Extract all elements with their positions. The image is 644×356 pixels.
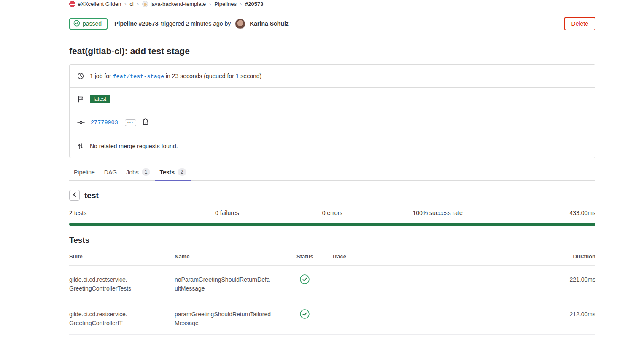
name-cell: paramGreetingShouldReturnTailored Messag…	[175, 300, 296, 335]
jobs-count-badge: 1	[142, 168, 151, 176]
pipeline-number-label: Pipeline #20573	[114, 20, 158, 27]
breadcrumb-pipelines-link[interactable]: Pipelines	[214, 1, 237, 7]
breadcrumb-group-link[interactable]: eXXcellent Gilden	[69, 1, 121, 7]
suite-stats: 2 tests 0 failures 0 errors 100% success…	[69, 209, 595, 216]
table-row: gilde.ci.cd.restservice. GreetingControl…	[69, 300, 595, 335]
clock-icon	[77, 73, 84, 79]
branch-link[interactable]: feat/test-stage	[113, 73, 164, 80]
flag-icon	[77, 96, 84, 103]
passed-check-icon	[73, 20, 80, 28]
stat-duration: 433.00ms	[490, 209, 595, 216]
tab-jobs[interactable]: Jobs 1	[121, 165, 155, 181]
suite-cell: gilde.ci.cd.restservice. GreetingControl…	[69, 266, 175, 300]
pipeline-header-left: passed Pipeline #20573 triggered 2 minut…	[69, 18, 289, 30]
stat-total-tests: 2 tests	[69, 209, 175, 216]
chevron-right-icon: ›	[209, 1, 211, 7]
pipeline-info-card: 1 job for feat/test-stage in 23 seconds …	[69, 64, 595, 158]
test-passed-icon	[300, 274, 310, 287]
status-cell	[296, 266, 332, 300]
tab-dag-label: DAG	[104, 169, 117, 176]
column-header-status: Status	[296, 249, 332, 266]
breadcrumb-pipelines-label: Pipelines	[214, 1, 237, 7]
no-merge-requests-text: No related merge requests found.	[90, 143, 178, 149]
column-header-suite: Suite	[69, 249, 175, 266]
breadcrumb-project-link[interactable]: java-backend-template	[142, 1, 206, 7]
latest-badge: latest	[90, 95, 110, 103]
pipeline-page: eXXcellent Gilden › ci › java-backend-te…	[69, 0, 595, 335]
tab-pipeline[interactable]: Pipeline	[69, 165, 100, 181]
stat-success-rate: 100% success rate	[385, 209, 490, 216]
job-summary-row: 1 job for feat/test-stage in 23 seconds …	[70, 65, 595, 88]
merge-request-icon	[77, 143, 84, 149]
trace-cell	[332, 300, 526, 335]
clipboard-icon	[142, 118, 149, 127]
breadcrumb: eXXcellent Gilden › ci › java-backend-te…	[69, 0, 595, 12]
breadcrumb-subgroup-link[interactable]: ci	[129, 1, 133, 7]
column-header-trace: Trace	[332, 249, 526, 266]
table-row: gilde.ci.cd.restservice. GreetingControl…	[69, 266, 595, 300]
tests-heading: Tests	[69, 236, 595, 245]
breadcrumb-subgroup-label: ci	[129, 1, 133, 7]
triggered-text: triggered 2 minutes ago by	[161, 20, 231, 27]
column-header-name: Name	[175, 249, 296, 266]
tab-jobs-label: Jobs	[126, 169, 139, 176]
chevron-right-icon: ›	[137, 1, 139, 7]
breadcrumb-project-label: java-backend-template	[151, 1, 206, 7]
job-duration-text: in 23 seconds (queued for 1 second)	[166, 73, 261, 79]
test-name-text: paramGreetingShouldReturnTailored Messag…	[175, 310, 296, 328]
success-progress-fill	[69, 223, 595, 226]
chevron-right-icon: ›	[240, 1, 242, 7]
tests-table-header-row: Suite Name Status Trace Duration	[69, 249, 595, 266]
group-avatar	[69, 1, 75, 7]
success-progress-bar	[69, 223, 595, 226]
suite-text: gilde.ci.cd.restservice. GreetingControl…	[69, 310, 175, 328]
duration-cell: 221.00ms	[526, 266, 595, 300]
trace-cell	[332, 266, 526, 300]
commit-title: feat(gitlab-ci): add test stage	[69, 46, 595, 56]
suite-text: gilde.ci.cd.restservice. GreetingControl…	[69, 275, 175, 293]
merge-request-row: No related merge requests found.	[70, 134, 595, 158]
test-suite-header: test	[69, 190, 595, 201]
delete-pipeline-button[interactable]: Delete	[564, 17, 595, 30]
back-button[interactable]	[69, 190, 80, 201]
chevron-right-icon: ›	[124, 1, 126, 7]
latest-row: latest	[70, 88, 595, 111]
author-name[interactable]: Karina Schulz	[250, 20, 289, 27]
tests-table: Suite Name Status Trace Duration gilde.c…	[69, 249, 595, 335]
tab-pipeline-label: Pipeline	[74, 169, 95, 176]
commit-row: 27779903 ···	[70, 111, 595, 134]
commit-sha-link[interactable]: 27779903	[91, 120, 118, 126]
test-passed-icon	[300, 309, 310, 321]
pipeline-tabs: Pipeline DAG Jobs 1 Tests 2	[69, 165, 595, 181]
test-name-text: noParamGreetingShouldReturnDefa ultMessa…	[175, 275, 296, 293]
tab-dag[interactable]: DAG	[100, 165, 121, 181]
tab-tests-label: Tests	[159, 169, 175, 176]
suite-cell: gilde.ci.cd.restservice. GreetingControl…	[69, 300, 175, 335]
duration-cell: 212.00ms	[526, 300, 595, 335]
job-summary-text: 1 job for feat/test-stage in 23 seconds …	[90, 73, 261, 80]
breadcrumb-pipeline-number: #20573	[245, 1, 263, 7]
stat-failures: 0 failures	[175, 209, 280, 216]
column-header-duration: Duration	[526, 249, 595, 266]
pipeline-header: passed Pipeline #20573 triggered 2 minut…	[69, 12, 595, 35]
suite-name: test	[84, 191, 99, 200]
chevron-left-icon	[73, 192, 76, 198]
status-badge-label: passed	[83, 20, 102, 27]
status-cell	[296, 300, 332, 335]
job-count-text: 1 job for	[90, 73, 111, 79]
name-cell: noParamGreetingShouldReturnDefa ultMessa…	[175, 266, 296, 300]
commit-icon	[77, 119, 85, 126]
tests-count-badge: 2	[178, 168, 186, 176]
pipeline-status-badge[interactable]: passed	[69, 18, 108, 30]
stat-errors: 0 errors	[280, 209, 385, 216]
author-avatar[interactable]	[235, 19, 245, 29]
commit-description-toggle[interactable]: ···	[125, 119, 136, 126]
pipeline-meta: Pipeline #20573 triggered 2 minutes ago …	[114, 19, 289, 29]
copy-sha-button[interactable]	[142, 118, 149, 127]
project-avatar	[142, 1, 148, 7]
breadcrumb-group-label: eXXcellent Gilden	[78, 1, 121, 7]
tab-tests[interactable]: Tests 2	[155, 165, 191, 181]
